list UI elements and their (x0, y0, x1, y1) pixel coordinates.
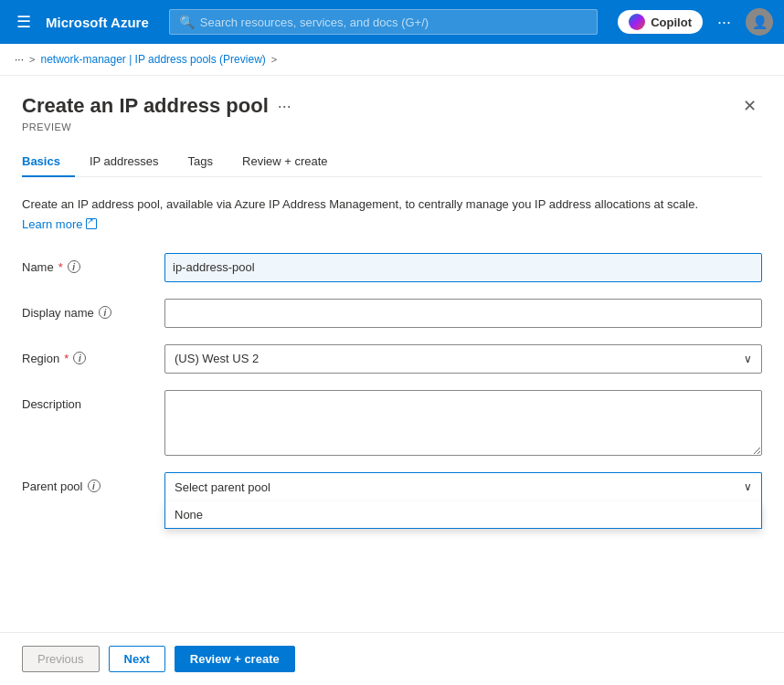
form-row-display-name: Display name i (22, 299, 762, 328)
name-label: Name * i (22, 253, 150, 274)
parent-pool-label: Parent pool i (22, 472, 150, 493)
form-row-region: Region * i (US) West US 2 ∨ (22, 344, 762, 374)
page-title: Create an IP address pool (22, 94, 269, 118)
form-row-description: Description (22, 390, 762, 456)
description-label: Description (22, 390, 150, 411)
description-text: Create an IP address pool, available via… (22, 195, 762, 214)
user-avatar[interactable]: 👤 (746, 8, 773, 36)
learn-more-row: Learn more (22, 217, 762, 231)
search-input[interactable] (200, 16, 588, 29)
tab-tags[interactable]: Tags (174, 147, 228, 177)
region-required-star: * (64, 352, 69, 365)
parent-pool-dropdown-menu: None (164, 501, 762, 529)
tab-ip-addresses[interactable]: IP addresses (75, 147, 174, 177)
external-link-icon (86, 218, 97, 229)
page-title-more[interactable]: ··· (278, 97, 291, 116)
parent-pool-dropdown-wrapper: Select parent pool ∨ None (164, 472, 762, 501)
description-input[interactable] (164, 390, 762, 456)
breadcrumb-sep-1: > (29, 54, 35, 65)
breadcrumb: ··· > network-manager | IP address pools… (0, 44, 784, 76)
region-chevron-icon: ∨ (744, 353, 752, 365)
name-required-star: * (58, 260, 63, 274)
azure-logo: Microsoft Azure (46, 15, 149, 30)
copilot-button[interactable]: Copilot (618, 10, 703, 34)
parent-pool-chevron-icon: ∨ (744, 480, 752, 493)
region-label: Region * i (22, 344, 150, 365)
hamburger-menu[interactable]: ☰ (11, 8, 37, 36)
parent-pool-info-icon[interactable]: i (88, 480, 101, 492)
form-row-parent-pool: Parent pool i Select parent pool ∨ None (22, 472, 762, 501)
display-name-input[interactable] (164, 299, 762, 328)
form-row-name: Name * i (22, 253, 762, 282)
search-bar[interactable]: 🔍 (169, 9, 598, 35)
parent-pool-option-none[interactable]: None (165, 501, 761, 528)
region-dropdown[interactable]: (US) West US 2 ∨ (164, 344, 762, 374)
copilot-label: Copilot (651, 16, 692, 29)
name-info-icon[interactable]: i (68, 260, 80, 273)
page-preview-label: PREVIEW (22, 121, 762, 132)
footer: Previous Next Review + create (0, 632, 784, 685)
region-dropdown-wrapper: (US) West US 2 ∨ (164, 344, 762, 374)
display-name-label: Display name i (22, 299, 150, 320)
breadcrumb-network-manager[interactable]: network-manager | IP address pools (Prev… (40, 53, 265, 66)
search-icon: 🔍 (179, 15, 195, 29)
tab-bar: Basics IP addresses Tags Review + create (22, 147, 762, 177)
next-button[interactable]: Next (109, 646, 165, 672)
form-section: Name * i Display name i Region * i (U (22, 253, 762, 501)
tab-review-create[interactable]: Review + create (228, 147, 343, 177)
page-header: Create an IP address pool ··· ✕ (22, 94, 762, 118)
region-info-icon[interactable]: i (73, 352, 86, 364)
page-container: Create an IP address pool ··· ✕ PREVIEW … (0, 76, 784, 680)
topbar-more-button[interactable]: ··· (712, 9, 736, 36)
tab-basics[interactable]: Basics (22, 147, 75, 177)
display-name-info-icon[interactable]: i (99, 306, 111, 319)
avatar-icon: 👤 (752, 15, 768, 29)
region-selected-value: (US) West US 2 (175, 352, 259, 365)
learn-more-link[interactable]: Learn more (22, 217, 82, 231)
parent-pool-dropdown[interactable]: Select parent pool ∨ (164, 472, 762, 501)
previous-button: Previous (22, 646, 100, 672)
review-create-button[interactable]: Review + create (175, 646, 295, 672)
parent-pool-placeholder: Select parent pool (175, 480, 270, 494)
breadcrumb-sep-2: > (271, 54, 277, 65)
topbar: ☰ Microsoft Azure 🔍 Copilot ··· 👤 (0, 0, 784, 44)
copilot-icon (629, 14, 645, 30)
page-title-area: Create an IP address pool ··· (22, 94, 291, 118)
breadcrumb-dots[interactable]: ··· (15, 53, 24, 66)
name-input[interactable] (164, 253, 762, 282)
close-button[interactable]: ✕ (737, 94, 762, 118)
